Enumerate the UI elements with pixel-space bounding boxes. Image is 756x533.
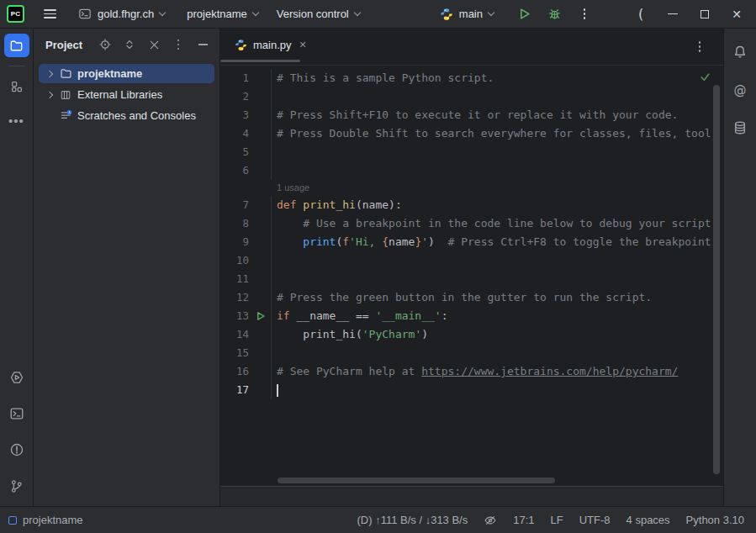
code-token: # Press Shift+F10 to execute it or repla…	[277, 108, 678, 121]
interpreter-widget[interactable]: Python 3.10	[686, 514, 744, 526]
git-tool-window-button[interactable]	[4, 474, 29, 498]
code-editor[interactable]: 1# This is a sample Python script.23# Pr…	[220, 66, 723, 486]
select-opened-file-button[interactable]	[97, 36, 114, 53]
remote-host-widget[interactable]: gold.fhgr.ch	[73, 3, 170, 24]
inspections-widget[interactable]	[484, 514, 497, 527]
code-token: # Press Ctrl+F8 to toggle the breakpoint	[448, 235, 711, 248]
code-token: {	[382, 235, 389, 248]
code-line-5[interactable]: 5	[220, 143, 723, 161]
code-text: # Press Shift+F10 to execute it or repla…	[271, 106, 678, 124]
chevron-right-icon[interactable]	[46, 91, 53, 98]
crescent-icon[interactable]: (	[625, 0, 657, 28]
tree-item-projektname[interactable]: projektname	[39, 64, 214, 83]
database-button[interactable]	[727, 116, 753, 140]
code-text	[271, 381, 278, 399]
more-tool-windows-button[interactable]: •••	[4, 108, 29, 132]
code-line-10[interactable]: 10	[220, 251, 723, 270]
code-line-4[interactable]: 4# Press Double Shift to search everywhe…	[220, 124, 723, 143]
main-menu-button[interactable]	[40, 4, 60, 24]
hide-panel-button[interactable]	[194, 36, 211, 53]
inspection-ok-check-icon[interactable]	[699, 71, 711, 83]
project-tree: projektname External Libraries Scratches…	[34, 61, 219, 125]
code-token: print	[303, 235, 336, 248]
project-menu-widget[interactable]: projektname	[182, 4, 263, 24]
more-actions-button[interactable]	[573, 3, 596, 26]
code-line-12[interactable]: 12# Press the green button in the gutter…	[220, 288, 723, 307]
module-widget[interactable]: projektname	[8, 514, 83, 526]
tab-scrollbar-thumb[interactable]	[220, 60, 300, 62]
chevron-right-icon[interactable]	[46, 70, 53, 77]
structure-tool-button[interactable]	[4, 75, 29, 98]
code-line-16[interactable]: 16# See PyCharm help at https://www.jetb…	[220, 362, 723, 381]
line-number: 10	[220, 251, 249, 270]
code-text	[271, 87, 277, 106]
code-token: name	[389, 235, 415, 248]
run-configuration-widget[interactable]: main	[435, 4, 499, 24]
usages-inlay-hint[interactable]: 1 usage	[220, 180, 723, 196]
status-bar: projektname (D) ↑111 B/s / ↓313 B/s 17:1…	[0, 506, 756, 533]
code-line-8[interactable]: 8 # Use a breakpoint in the code line be…	[220, 214, 723, 233]
code-text	[271, 344, 277, 362]
ai-assistant-button[interactable]: @	[727, 78, 753, 102]
caret-position-widget[interactable]: 17:1	[513, 514, 534, 526]
gutter-run-icon[interactable]	[249, 307, 271, 325]
code-line-3[interactable]: 3# Press Shift+F10 to execute it or repl…	[220, 106, 723, 124]
code-line-15[interactable]: 15	[220, 344, 723, 362]
code-text	[271, 161, 277, 180]
chevron-down-icon	[488, 8, 494, 15]
close-button[interactable]: ✕	[721, 0, 753, 28]
notifications-button[interactable]	[727, 40, 753, 64]
panel-options-button[interactable]	[170, 36, 187, 53]
vcs-menu-widget[interactable]: Version control	[272, 4, 365, 24]
tree-item-scratches[interactable]: Scratches and Consoles	[39, 106, 214, 125]
gutter-space	[249, 344, 271, 362]
code-line-14[interactable]: 14 print_hi('PyCharm')	[220, 325, 723, 344]
line-number: 13	[220, 307, 249, 325]
project-tool-button[interactable]	[4, 34, 29, 57]
editor-bottom-strip	[220, 486, 723, 506]
run-button[interactable]	[512, 3, 536, 26]
indent-widget[interactable]: 4 spaces	[626, 514, 670, 526]
encoding-widget[interactable]: UTF-8	[579, 514, 611, 526]
minimize-button[interactable]	[657, 0, 689, 28]
code-line-2[interactable]: 2	[220, 87, 723, 106]
code-line-7[interactable]: 7def print_hi(name):	[220, 196, 723, 214]
vertical-scrollbar-thumb[interactable]	[713, 85, 720, 474]
chevron-down-icon	[252, 8, 259, 15]
code-text: # This is a sample Python script.	[271, 69, 494, 87]
git-branch-icon	[9, 479, 24, 493]
tree-item-external-libraries[interactable]: External Libraries	[39, 85, 214, 104]
code-line-13[interactable]: 13if __name__ == '__main__':	[220, 307, 723, 325]
expand-all-button[interactable]	[121, 36, 138, 53]
line-separator-widget[interactable]: LF	[551, 514, 563, 526]
code-token: print_hi	[303, 198, 356, 211]
code-line-11[interactable]: 11	[220, 270, 723, 288]
collapse-all-button[interactable]	[145, 36, 162, 53]
code-token: https://www.jetbrains.com/help/pycharm/	[421, 365, 678, 377]
code-line-6[interactable]: 6	[220, 161, 723, 180]
maximize-button[interactable]	[689, 0, 721, 28]
text-caret	[277, 384, 278, 397]
horizontal-scrollbar-thumb[interactable]	[278, 478, 555, 483]
remote-host-label: gold.fhgr.ch	[98, 8, 154, 20]
tab-close-icon[interactable]: ✕	[299, 40, 307, 50]
module-icon	[8, 516, 17, 525]
network-speed-widget[interactable]: (D) ↑111 B/s / ↓313 B/s	[357, 514, 468, 526]
run-configuration-label: main	[459, 8, 483, 20]
terminal-tool-window-button[interactable]	[4, 402, 29, 425]
code-text: print(f'Hi, {name}') # Press Ctrl+F8 to …	[271, 233, 711, 251]
chevron-down-icon	[354, 8, 361, 15]
run-tool-window-button[interactable]	[4, 366, 29, 389]
problems-tool-window-button[interactable]	[4, 438, 29, 462]
code-token: # See PyCharm help at	[277, 365, 421, 377]
vcs-menu-label: Version control	[277, 8, 349, 20]
ellipsis-icon: •••	[8, 113, 24, 128]
debug-button[interactable]	[542, 3, 566, 26]
code-token: # Use a breakpoint in the code line belo…	[303, 217, 711, 230]
editor-options-button[interactable]	[688, 35, 711, 59]
code-token	[277, 328, 303, 340]
code-text: # Use a breakpoint in the code line belo…	[271, 214, 711, 233]
code-line-9[interactable]: 9 print(f'Hi, {name}') # Press Ctrl+F8 t…	[220, 233, 723, 251]
code-line-1[interactable]: 1# This is a sample Python script.	[220, 69, 723, 87]
code-line-17[interactable]: 17	[220, 381, 723, 399]
